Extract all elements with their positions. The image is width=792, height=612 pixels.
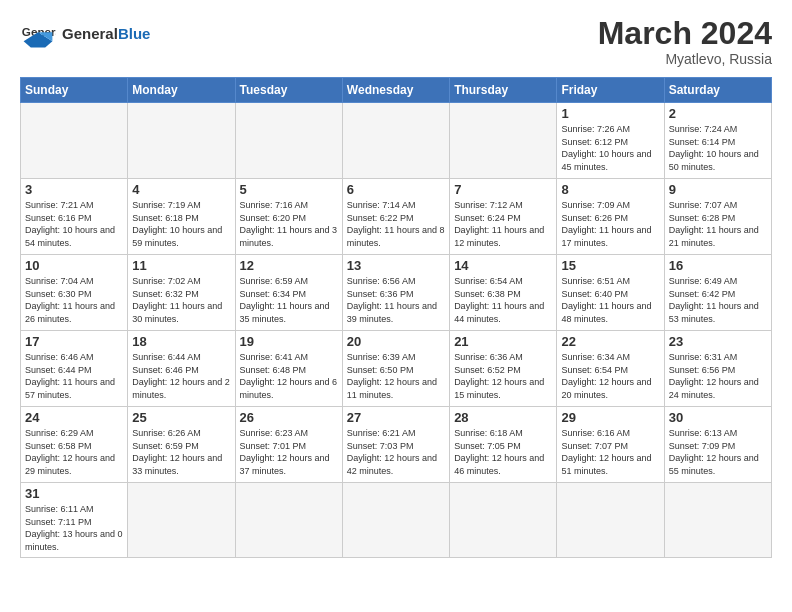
day-number: 2 — [669, 106, 767, 121]
week-row-2: 10Sunrise: 7:04 AM Sunset: 6:30 PM Dayli… — [21, 255, 772, 331]
day-number: 10 — [25, 258, 123, 273]
calendar-cell: 19Sunrise: 6:41 AM Sunset: 6:48 PM Dayli… — [235, 331, 342, 407]
day-number: 30 — [669, 410, 767, 425]
calendar-cell: 10Sunrise: 7:04 AM Sunset: 6:30 PM Dayli… — [21, 255, 128, 331]
calendar-cell — [235, 483, 342, 557]
logo-general: General — [62, 25, 118, 42]
day-number: 5 — [240, 182, 338, 197]
day-number: 12 — [240, 258, 338, 273]
week-row-0: 1Sunrise: 7:26 AM Sunset: 6:12 PM Daylig… — [21, 103, 772, 179]
day-number: 26 — [240, 410, 338, 425]
day-info: Sunrise: 7:02 AM Sunset: 6:32 PM Dayligh… — [132, 275, 230, 325]
calendar-cell: 1Sunrise: 7:26 AM Sunset: 6:12 PM Daylig… — [557, 103, 664, 179]
calendar-cell: 4Sunrise: 7:19 AM Sunset: 6:18 PM Daylig… — [128, 179, 235, 255]
day-number: 15 — [561, 258, 659, 273]
page: General GeneralBlue March 2024 Myatlevo,… — [0, 0, 792, 612]
day-number: 18 — [132, 334, 230, 349]
day-number: 16 — [669, 258, 767, 273]
day-info: Sunrise: 6:51 AM Sunset: 6:40 PM Dayligh… — [561, 275, 659, 325]
day-number: 13 — [347, 258, 445, 273]
day-number: 4 — [132, 182, 230, 197]
day-info: Sunrise: 6:46 AM Sunset: 6:44 PM Dayligh… — [25, 351, 123, 401]
calendar-cell: 26Sunrise: 6:23 AM Sunset: 7:01 PM Dayli… — [235, 407, 342, 483]
calendar-cell — [128, 103, 235, 179]
day-info: Sunrise: 7:24 AM Sunset: 6:14 PM Dayligh… — [669, 123, 767, 173]
day-info: Sunrise: 7:07 AM Sunset: 6:28 PM Dayligh… — [669, 199, 767, 249]
weekday-header-row: Sunday Monday Tuesday Wednesday Thursday… — [21, 78, 772, 103]
week-row-1: 3Sunrise: 7:21 AM Sunset: 6:16 PM Daylig… — [21, 179, 772, 255]
day-info: Sunrise: 6:26 AM Sunset: 6:59 PM Dayligh… — [132, 427, 230, 477]
day-info: Sunrise: 6:11 AM Sunset: 7:11 PM Dayligh… — [25, 503, 123, 553]
day-info: Sunrise: 6:21 AM Sunset: 7:03 PM Dayligh… — [347, 427, 445, 477]
calendar-cell: 15Sunrise: 6:51 AM Sunset: 6:40 PM Dayli… — [557, 255, 664, 331]
week-row-5: 31Sunrise: 6:11 AM Sunset: 7:11 PM Dayli… — [21, 483, 772, 557]
calendar-cell — [450, 103, 557, 179]
calendar-cell: 7Sunrise: 7:12 AM Sunset: 6:24 PM Daylig… — [450, 179, 557, 255]
col-wednesday: Wednesday — [342, 78, 449, 103]
calendar-cell: 17Sunrise: 6:46 AM Sunset: 6:44 PM Dayli… — [21, 331, 128, 407]
day-number: 24 — [25, 410, 123, 425]
calendar-cell: 6Sunrise: 7:14 AM Sunset: 6:22 PM Daylig… — [342, 179, 449, 255]
calendar-cell: 27Sunrise: 6:21 AM Sunset: 7:03 PM Dayli… — [342, 407, 449, 483]
day-info: Sunrise: 7:14 AM Sunset: 6:22 PM Dayligh… — [347, 199, 445, 249]
day-info: Sunrise: 6:23 AM Sunset: 7:01 PM Dayligh… — [240, 427, 338, 477]
day-number: 7 — [454, 182, 552, 197]
calendar-cell: 18Sunrise: 6:44 AM Sunset: 6:46 PM Dayli… — [128, 331, 235, 407]
calendar-cell: 9Sunrise: 7:07 AM Sunset: 6:28 PM Daylig… — [664, 179, 771, 255]
day-number: 22 — [561, 334, 659, 349]
calendar-cell — [664, 483, 771, 557]
calendar-cell: 24Sunrise: 6:29 AM Sunset: 6:58 PM Dayli… — [21, 407, 128, 483]
day-number: 20 — [347, 334, 445, 349]
day-number: 25 — [132, 410, 230, 425]
day-info: Sunrise: 7:21 AM Sunset: 6:16 PM Dayligh… — [25, 199, 123, 249]
calendar-cell: 12Sunrise: 6:59 AM Sunset: 6:34 PM Dayli… — [235, 255, 342, 331]
calendar-cell — [342, 483, 449, 557]
day-number: 28 — [454, 410, 552, 425]
calendar-table: Sunday Monday Tuesday Wednesday Thursday… — [20, 77, 772, 557]
day-info: Sunrise: 6:56 AM Sunset: 6:36 PM Dayligh… — [347, 275, 445, 325]
week-row-3: 17Sunrise: 6:46 AM Sunset: 6:44 PM Dayli… — [21, 331, 772, 407]
logo-icon: General — [20, 16, 56, 52]
calendar-cell: 13Sunrise: 6:56 AM Sunset: 6:36 PM Dayli… — [342, 255, 449, 331]
calendar-cell: 31Sunrise: 6:11 AM Sunset: 7:11 PM Dayli… — [21, 483, 128, 557]
calendar-cell: 3Sunrise: 7:21 AM Sunset: 6:16 PM Daylig… — [21, 179, 128, 255]
calendar-cell — [342, 103, 449, 179]
logo-blue: Blue — [118, 25, 151, 42]
calendar-cell — [557, 483, 664, 557]
day-info: Sunrise: 6:39 AM Sunset: 6:50 PM Dayligh… — [347, 351, 445, 401]
calendar-cell: 30Sunrise: 6:13 AM Sunset: 7:09 PM Dayli… — [664, 407, 771, 483]
calendar-cell: 28Sunrise: 6:18 AM Sunset: 7:05 PM Dayli… — [450, 407, 557, 483]
calendar-cell: 14Sunrise: 6:54 AM Sunset: 6:38 PM Dayli… — [450, 255, 557, 331]
calendar-cell: 23Sunrise: 6:31 AM Sunset: 6:56 PM Dayli… — [664, 331, 771, 407]
day-info: Sunrise: 6:54 AM Sunset: 6:38 PM Dayligh… — [454, 275, 552, 325]
calendar-cell — [450, 483, 557, 557]
day-number: 23 — [669, 334, 767, 349]
calendar-cell: 29Sunrise: 6:16 AM Sunset: 7:07 PM Dayli… — [557, 407, 664, 483]
col-saturday: Saturday — [664, 78, 771, 103]
calendar-cell: 8Sunrise: 7:09 AM Sunset: 6:26 PM Daylig… — [557, 179, 664, 255]
day-number: 21 — [454, 334, 552, 349]
day-info: Sunrise: 7:19 AM Sunset: 6:18 PM Dayligh… — [132, 199, 230, 249]
calendar-cell: 5Sunrise: 7:16 AM Sunset: 6:20 PM Daylig… — [235, 179, 342, 255]
day-number: 31 — [25, 486, 123, 501]
title-block: March 2024 Myatlevo, Russia — [598, 16, 772, 67]
month-title: March 2024 — [598, 16, 772, 51]
day-info: Sunrise: 7:12 AM Sunset: 6:24 PM Dayligh… — [454, 199, 552, 249]
day-info: Sunrise: 7:26 AM Sunset: 6:12 PM Dayligh… — [561, 123, 659, 173]
day-info: Sunrise: 6:31 AM Sunset: 6:56 PM Dayligh… — [669, 351, 767, 401]
calendar-cell: 22Sunrise: 6:34 AM Sunset: 6:54 PM Dayli… — [557, 331, 664, 407]
col-monday: Monday — [128, 78, 235, 103]
calendar-cell — [235, 103, 342, 179]
day-number: 3 — [25, 182, 123, 197]
subtitle: Myatlevo, Russia — [598, 51, 772, 67]
day-info: Sunrise: 7:04 AM Sunset: 6:30 PM Dayligh… — [25, 275, 123, 325]
calendar-cell — [128, 483, 235, 557]
col-tuesday: Tuesday — [235, 78, 342, 103]
calendar-cell: 25Sunrise: 6:26 AM Sunset: 6:59 PM Dayli… — [128, 407, 235, 483]
day-info: Sunrise: 6:13 AM Sunset: 7:09 PM Dayligh… — [669, 427, 767, 477]
calendar-cell: 20Sunrise: 6:39 AM Sunset: 6:50 PM Dayli… — [342, 331, 449, 407]
day-info: Sunrise: 6:29 AM Sunset: 6:58 PM Dayligh… — [25, 427, 123, 477]
day-info: Sunrise: 6:59 AM Sunset: 6:34 PM Dayligh… — [240, 275, 338, 325]
day-number: 27 — [347, 410, 445, 425]
day-number: 9 — [669, 182, 767, 197]
